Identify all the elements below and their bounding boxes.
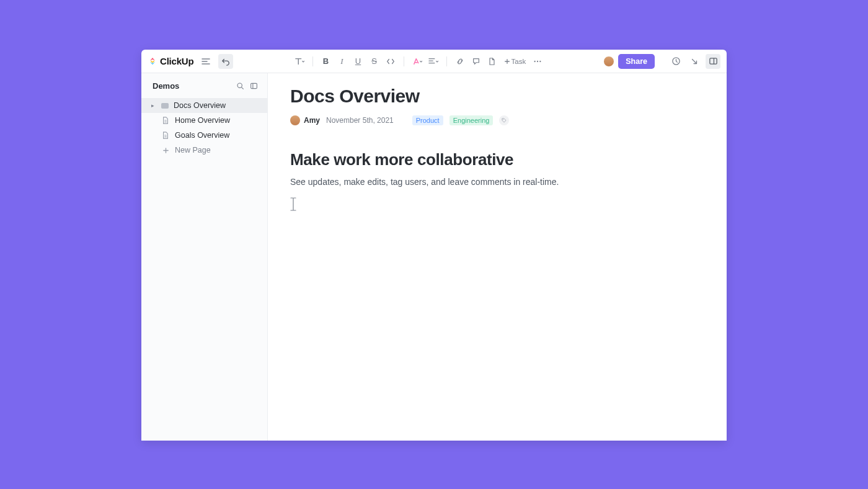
sidebar-item-goals-overview[interactable]: ▸ Goals Overview (141, 128, 267, 143)
topbar: ClickUp B I U S (141, 50, 727, 73)
layout-icon (250, 82, 258, 90)
file-icon (488, 57, 496, 66)
panel-toggle-button[interactable] (706, 54, 720, 69)
separator (446, 56, 447, 66)
brand-logo[interactable]: ClickUp (148, 56, 193, 66)
topbar-right: Share (603, 54, 720, 69)
attachment-button[interactable] (485, 55, 499, 68)
user-avatar[interactable] (603, 56, 614, 67)
align-icon (428, 57, 439, 66)
sidebar-item-docs-overview[interactable]: ▸ Docs Overview (141, 98, 267, 113)
sidebar-item-home-overview[interactable]: ▸ Home Overview (141, 113, 267, 128)
sidebar-title: Demos (153, 81, 179, 91)
add-tag-button[interactable] (499, 115, 509, 125)
underline-button[interactable]: U (352, 55, 365, 68)
menu-icon (201, 56, 211, 66)
code-button[interactable] (384, 55, 397, 68)
menu-toggle-button[interactable] (198, 54, 213, 69)
sidebar-search-button[interactable] (234, 79, 246, 92)
arrow-down-right-icon (690, 57, 699, 66)
author-name: Amy (304, 116, 320, 125)
clock-icon (671, 56, 681, 66)
align-dropdown[interactable] (427, 55, 440, 68)
text-cursor-icon (290, 197, 704, 211)
document-meta: Amy November 5th, 2021 Product Engineeri… (290, 115, 704, 125)
strikethrough-button[interactable]: S (368, 55, 381, 68)
svg-point-0 (534, 60, 536, 61)
text-color-dropdown[interactable] (410, 55, 424, 68)
svg-rect-6 (250, 83, 257, 88)
sidebar-layout-button[interactable] (247, 79, 260, 92)
panel-icon (709, 56, 718, 66)
document-editor[interactable]: Docs Overview Amy November 5th, 2021 Pro… (268, 73, 727, 441)
plus-icon (161, 146, 170, 155)
tag-product[interactable]: Product (412, 115, 443, 125)
document-icon (161, 131, 170, 140)
code-icon (386, 57, 395, 66)
svg-rect-4 (709, 58, 716, 64)
clickup-logo-icon (148, 56, 157, 66)
collapse-button[interactable] (687, 54, 702, 69)
italic-button[interactable]: I (335, 55, 349, 68)
sidebar-item-label: Goals Overview (175, 131, 229, 140)
tag-engineering[interactable]: Engineering (450, 115, 494, 125)
add-task-button[interactable]: Task (502, 56, 529, 66)
link-button[interactable] (453, 55, 467, 68)
document-date: November 5th, 2021 (326, 116, 394, 125)
share-button[interactable]: Share (618, 54, 655, 69)
search-icon (236, 82, 244, 90)
main-area: Demos ▸ Docs Overview ▸ (141, 73, 727, 441)
sidebar-item-label: Home Overview (175, 116, 230, 125)
comment-icon (472, 57, 480, 66)
document-icon (161, 116, 170, 125)
link-icon (456, 57, 464, 66)
text-style-dropdown[interactable] (293, 55, 306, 68)
more-button[interactable] (531, 55, 544, 68)
sidebar-list: ▸ Docs Overview ▸ Home Overview ▸ (141, 96, 267, 158)
document-title[interactable]: Docs Overview (290, 86, 704, 107)
separator (404, 56, 404, 66)
sidebar-item-label: Docs Overview (174, 101, 226, 110)
svg-point-1 (537, 60, 538, 61)
caret-icon: ▸ (151, 102, 156, 109)
undo-button[interactable] (218, 54, 233, 69)
page-filled-icon (161, 103, 169, 109)
app-window: ClickUp B I U S (141, 50, 727, 441)
text-color-icon (412, 57, 423, 66)
bold-button[interactable]: B (319, 55, 333, 68)
text-icon (294, 57, 305, 66)
history-button[interactable] (668, 54, 683, 69)
dots-icon (533, 57, 542, 66)
sidebar-item-label: New Page (175, 146, 211, 155)
tag-icon (501, 117, 507, 123)
sidebar-header: Demos (141, 73, 267, 96)
sidebar-new-page[interactable]: New Page (141, 143, 267, 158)
brand-name: ClickUp (160, 56, 193, 66)
plus-icon (504, 58, 510, 65)
undo-icon (221, 57, 230, 66)
section-heading[interactable]: Make work more collaborative (290, 150, 704, 169)
body-paragraph[interactable]: See updates, make edits, tag users, and … (290, 176, 704, 189)
separator (312, 56, 313, 66)
sidebar: Demos ▸ Docs Overview ▸ (141, 73, 268, 441)
comment-button[interactable] (469, 55, 483, 68)
svg-point-2 (539, 60, 541, 61)
author-avatar (290, 115, 300, 125)
svg-point-7 (503, 119, 503, 120)
task-label: Task (512, 58, 526, 65)
author-chip[interactable]: Amy (290, 115, 320, 125)
formatting-toolbar: B I U S (238, 55, 598, 68)
